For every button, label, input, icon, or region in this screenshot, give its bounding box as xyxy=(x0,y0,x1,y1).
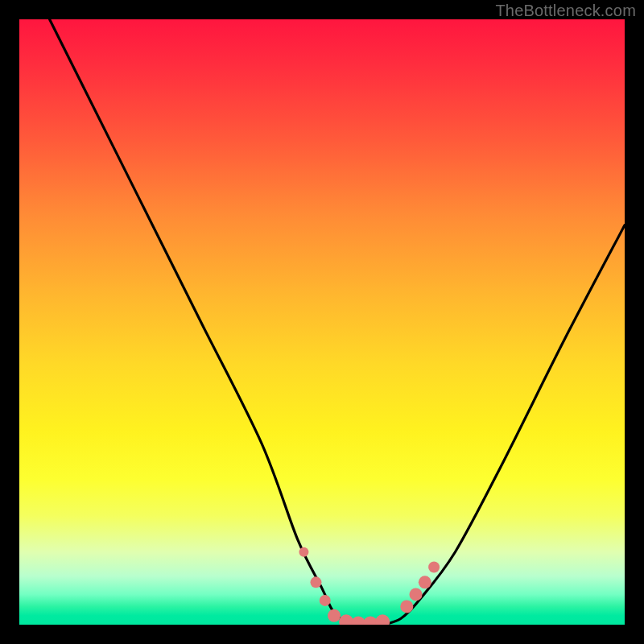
curve-marker xyxy=(320,595,331,606)
curve-marker xyxy=(428,562,440,573)
curve-marker xyxy=(310,576,321,588)
bottleneck-curve-line xyxy=(50,19,625,625)
curve-marker xyxy=(419,576,431,588)
curve-marker xyxy=(400,600,413,613)
curve-marker xyxy=(299,547,308,557)
curve-marker xyxy=(375,614,390,625)
curve-marker xyxy=(410,588,423,601)
chart-svg-layer xyxy=(19,19,625,625)
watermark-text: TheBottleneck.com xyxy=(495,2,636,20)
curve-markers xyxy=(299,547,440,625)
curve-marker xyxy=(328,609,341,622)
chart-plot-area xyxy=(19,19,625,625)
